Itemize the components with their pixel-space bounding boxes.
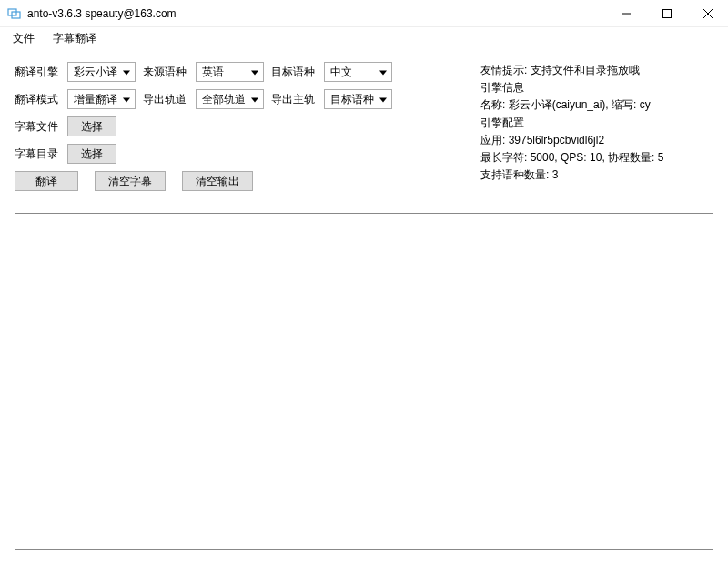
output-area[interactable] bbox=[15, 213, 713, 550]
svg-rect-3 bbox=[662, 9, 671, 17]
form-panel: 翻译引擎 彩云小译 来源语种 英语 目标语种 中文 翻译模式 增量翻译 导出轨道… bbox=[15, 62, 470, 198]
select-export-track[interactable]: 全部轨道 bbox=[196, 89, 264, 109]
window-controls bbox=[605, 0, 728, 27]
label-source-lang: 来源语种 bbox=[143, 65, 188, 80]
info-tip: 友情提示: 支持文件和目录拖放哦 bbox=[480, 62, 713, 79]
info-engine-header: 引擎信息 bbox=[480, 79, 713, 96]
label-target-lang: 目标语种 bbox=[271, 65, 317, 80]
menubar: 文件 字幕翻译 bbox=[0, 27, 728, 49]
choose-dir-button[interactable]: 选择 bbox=[67, 144, 116, 164]
maximize-button[interactable] bbox=[646, 0, 687, 27]
clear-output-button[interactable]: 清空输出 bbox=[182, 171, 253, 191]
label-export-track: 导出轨道 bbox=[143, 92, 188, 107]
close-button[interactable] bbox=[687, 0, 728, 27]
menu-file[interactable]: 文件 bbox=[9, 29, 38, 48]
info-lang-count: 支持语种数量: 3 bbox=[480, 167, 713, 184]
choose-file-button[interactable]: 选择 bbox=[67, 116, 116, 136]
clear-subtitle-button[interactable]: 清空字幕 bbox=[95, 171, 166, 191]
app-icon bbox=[7, 6, 22, 21]
label-subtitle-dir: 字幕目录 bbox=[15, 147, 60, 162]
select-export-main[interactable]: 目标语种 bbox=[324, 89, 392, 109]
info-app: 应用: 3975l6lr5pcbvidl6jl2 bbox=[480, 132, 713, 149]
select-engine[interactable]: 彩云小译 bbox=[67, 62, 136, 82]
label-subtitle-file: 字幕文件 bbox=[15, 119, 60, 135]
info-config: 引擎配置 bbox=[480, 115, 713, 132]
label-export-main: 导出主轨 bbox=[271, 92, 317, 107]
titlebar: anto-v3.6.3 speauty@163.com bbox=[0, 0, 728, 27]
info-name: 名称: 彩云小译(caiyun_ai), 缩写: cy bbox=[480, 96, 713, 114]
info-limits: 最长字符: 5000, QPS: 10, 协程数量: 5 bbox=[480, 149, 713, 167]
select-target-lang[interactable]: 中文 bbox=[324, 62, 392, 82]
select-source-lang[interactable]: 英语 bbox=[196, 62, 264, 82]
label-engine: 翻译引擎 bbox=[15, 65, 60, 80]
menu-subtitle-translate[interactable]: 字幕翻译 bbox=[49, 29, 100, 48]
select-mode[interactable]: 增量翻译 bbox=[67, 89, 136, 109]
window-title: anto-v3.6.3 speauty@163.com bbox=[27, 7, 605, 20]
minimize-button[interactable] bbox=[605, 0, 646, 27]
info-panel: 友情提示: 支持文件和目录拖放哦 引擎信息 名称: 彩云小译(caiyun_ai… bbox=[470, 62, 713, 198]
label-mode: 翻译模式 bbox=[15, 92, 60, 107]
translate-button[interactable]: 翻译 bbox=[15, 171, 78, 191]
